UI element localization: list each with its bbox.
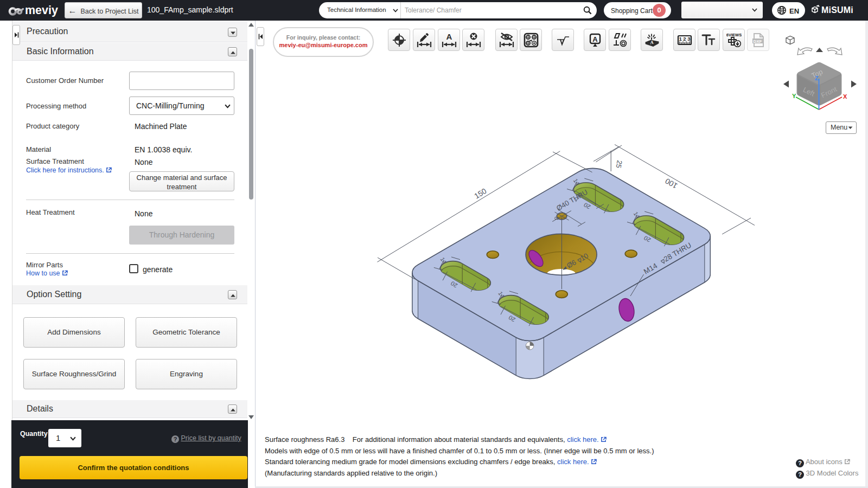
svg-text:1 2 3: 1 2 3 <box>679 36 690 42</box>
svg-text:DXF: DXF <box>754 38 762 43</box>
svg-text:25: 25 <box>615 159 624 169</box>
svg-text:Y: Y <box>792 93 796 99</box>
svg-text:6VIEWS: 6VIEWS <box>726 33 742 37</box>
svg-text:X: X <box>843 93 847 100</box>
svg-text:A: A <box>446 33 452 41</box>
svg-text:Z: Z <box>815 75 819 81</box>
svg-text:100: 100 <box>663 177 679 191</box>
svg-text:A: A <box>649 39 653 45</box>
svg-text:150: 150 <box>473 187 488 201</box>
svg-text:A: A <box>592 35 598 43</box>
